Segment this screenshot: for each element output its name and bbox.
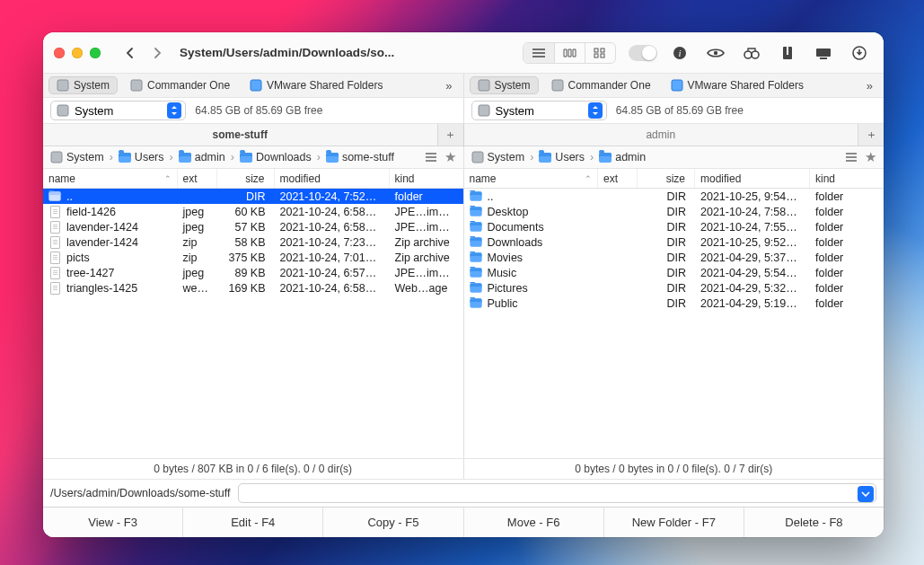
breadcrumb-item[interactable]: admin: [599, 151, 646, 163]
col-mod[interactable]: modified: [695, 169, 810, 188]
queue-button[interactable]: [846, 42, 873, 64]
tab-left[interactable]: some-stuff: [43, 124, 438, 146]
commander-one-window: System/Users/admin/Downloads/so... i: [43, 32, 884, 537]
newfolder-button[interactable]: New Folder - F7: [604, 508, 744, 537]
table-row[interactable]: DownloadsDIR2021-10-25, 9:52…folder: [464, 234, 884, 250]
archive-icon: [781, 46, 794, 60]
archive-button[interactable]: [774, 42, 801, 64]
favorite-commander-one[interactable]: Commander One: [544, 77, 658, 93]
view-button[interactable]: View - F3: [43, 508, 183, 537]
breadcrumb-item[interactable]: Users: [119, 151, 164, 163]
table-row[interactable]: tree-1427jpeg89 KB2021-10-24, 6:57…JPE…i…: [43, 265, 463, 280]
svg-rect-19: [672, 80, 682, 91]
file-size: DIR: [638, 221, 695, 234]
breadcrumb-item[interactable]: System: [50, 151, 104, 163]
file-modified: 2021-04-29, 5:32…: [695, 282, 810, 295]
tabs-left: some-stuff ＋: [43, 124, 463, 146]
breadcrumb-item[interactable]: some-stuff: [326, 151, 394, 163]
disk-icon: [478, 79, 490, 92]
dual-pane-toggle[interactable]: [629, 45, 657, 61]
folder-icon: [539, 153, 551, 163]
move-button[interactable]: Move - F6: [464, 508, 604, 537]
col-mod[interactable]: modified: [275, 169, 390, 188]
chevron-right-icon: ›: [110, 151, 113, 163]
favorite-vmware-shared-folders[interactable]: VMware Shared Folders: [242, 77, 390, 93]
col-ext[interactable]: ext: [598, 169, 638, 188]
favorites-overflow[interactable]: »: [861, 79, 878, 93]
copy-button[interactable]: Copy - F5: [323, 508, 463, 537]
favorite-star-button[interactable]: ★: [444, 149, 456, 165]
volume-dropdown-right[interactable]: System: [471, 101, 607, 120]
table-body-right[interactable]: ..DIR2021-10-25, 9:54…folderDesktopDIR20…: [464, 189, 884, 458]
file-icon: [48, 282, 61, 295]
favorite-vmware-shared-folders[interactable]: VMware Shared Folders: [664, 77, 811, 93]
table-row[interactable]: PicturesDIR2021-04-29, 5:32…folder: [464, 280, 884, 296]
command-path: /Users/admin/Downloads/some-stuff: [50, 487, 231, 499]
new-tab-left[interactable]: ＋: [438, 124, 463, 146]
breadcrumb-item[interactable]: Downloads: [240, 151, 312, 163]
connections-button[interactable]: [810, 42, 837, 64]
history-dropdown-button[interactable]: [858, 486, 874, 502]
col-size[interactable]: size: [217, 169, 275, 188]
col-size[interactable]: size: [638, 169, 695, 188]
brief-mode-button[interactable]: [425, 152, 437, 163]
file-name: Documents: [488, 221, 544, 234]
table-row[interactable]: field-1426jpeg60 KB2021-10-24, 6:58…JPE……: [43, 204, 463, 219]
table-row[interactable]: PublicDIR2021-04-29, 5:19…folder: [464, 296, 884, 311]
breadcrumb-item[interactable]: admin: [179, 151, 225, 163]
folder-icon: [119, 153, 131, 163]
table-row[interactable]: DesktopDIR2021-10-24, 7:58…folder: [464, 204, 884, 219]
table-row[interactable]: ..DIR2021-10-25, 9:54…folder: [464, 189, 884, 204]
brief-mode-button[interactable]: [845, 152, 858, 163]
table-header-right: name⌃ ext size modified kind: [464, 169, 884, 189]
table-row[interactable]: lavender-1424zip58 KB2021-10-24, 7:23…Zi…: [43, 234, 463, 250]
new-tab-right[interactable]: ＋: [858, 124, 884, 146]
table-row[interactable]: lavender-1424jpeg57 KB2021-10-24, 6:58…J…: [43, 219, 463, 234]
back-button[interactable]: [119, 42, 142, 64]
table-body-left[interactable]: ..DIR2021-10-24, 7:52…folderfield-1426jp…: [43, 189, 463, 458]
file-size: DIR: [638, 236, 695, 249]
favorite-commander-one[interactable]: Commander One: [123, 77, 237, 93]
file-icon: [48, 267, 61, 279]
forward-button[interactable]: [145, 42, 169, 64]
pane-right: name⌃ ext size modified kind ..DIR2021-1…: [464, 169, 884, 458]
favorite-star-button[interactable]: ★: [865, 149, 876, 165]
file-name: ..: [488, 190, 494, 203]
tab-right[interactable]: admin: [464, 124, 859, 146]
close-window-button[interactable]: [54, 48, 65, 58]
zoom-window-button[interactable]: [90, 48, 101, 58]
view-list-button[interactable]: [524, 43, 554, 63]
table-row[interactable]: DocumentsDIR2021-10-24, 7:55…folder: [464, 219, 884, 234]
col-name[interactable]: name⌃: [464, 169, 599, 188]
edit-button[interactable]: Edit - F4: [183, 508, 323, 537]
table-row[interactable]: pictszip375 KB2021-10-24, 7:01…Zip archi…: [43, 250, 463, 265]
volume-dropdown-left[interactable]: System: [50, 101, 186, 120]
col-name[interactable]: name⌃: [43, 169, 178, 188]
search-button[interactable]: [738, 42, 765, 64]
view-columns-button[interactable]: [554, 43, 585, 63]
command-row: /Users/admin/Downloads/some-stuff: [43, 479, 884, 507]
breadcrumb-item[interactable]: Users: [539, 151, 585, 163]
file-ext: we…: [178, 282, 217, 295]
command-input[interactable]: [238, 483, 876, 503]
breadcrumb-item[interactable]: System: [471, 151, 525, 163]
info-button[interactable]: i: [666, 42, 693, 64]
table-row[interactable]: MoviesDIR2021-04-29, 5:37…folder: [464, 250, 884, 265]
file-kind: Zip archive: [390, 252, 463, 264]
file-kind: folder: [810, 236, 884, 249]
file-modified: 2021-10-25, 9:52…: [695, 236, 810, 249]
favorite-system[interactable]: System: [470, 76, 539, 94]
favorites-overflow[interactable]: »: [440, 79, 457, 93]
minimize-window-button[interactable]: [72, 48, 83, 58]
delete-button[interactable]: Delete - F8: [744, 508, 884, 537]
col-kind[interactable]: kind: [390, 169, 463, 188]
col-ext[interactable]: ext: [178, 169, 217, 188]
table-row[interactable]: ..DIR2021-10-24, 7:52…folder: [43, 189, 463, 204]
file-kind: JPE…image: [390, 206, 463, 218]
col-kind[interactable]: kind: [810, 169, 884, 188]
quicklook-button[interactable]: [702, 42, 729, 64]
table-row[interactable]: triangles-1425we…169 KB2021-10-24, 6:58……: [43, 280, 463, 296]
view-thumbnails-button[interactable]: [585, 43, 615, 63]
table-row[interactable]: MusicDIR2021-04-29, 5:54…folder: [464, 265, 884, 280]
favorite-system[interactable]: System: [48, 76, 118, 94]
